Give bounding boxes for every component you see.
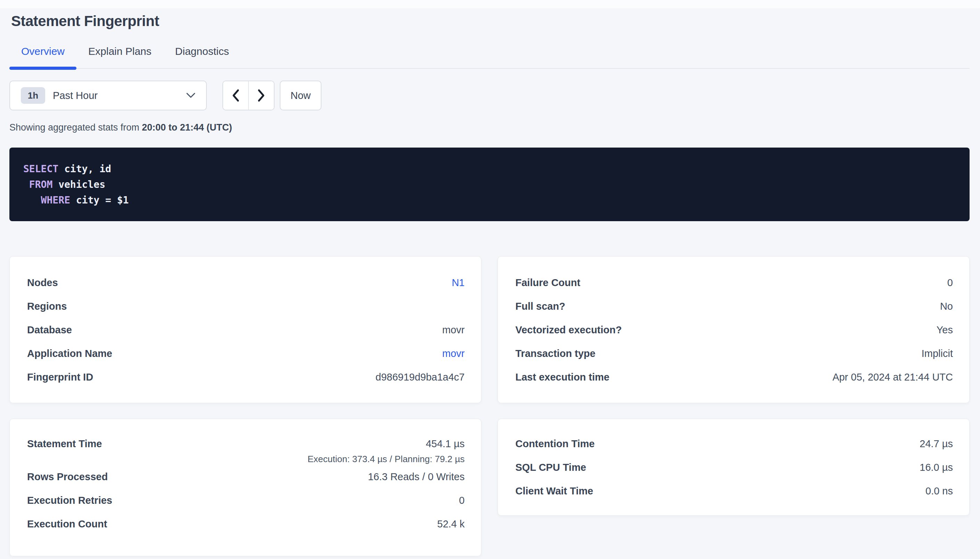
card-row: SQL CPU Time16.0 µs — [516, 456, 953, 479]
row-value: 24.7 µs — [920, 438, 953, 450]
next-interval-button[interactable] — [248, 81, 274, 110]
card-row: Fingerprint IDd986919d9ba1a4c7 — [27, 365, 464, 389]
row-label: SQL CPU Time — [516, 462, 586, 473]
card-row-block: Application Namemovr — [27, 342, 464, 365]
card-row: Application Namemovr — [27, 342, 464, 365]
card-row-block: NodesN1 — [27, 271, 464, 294]
row-value-link[interactable]: movr — [443, 348, 464, 359]
row-value: No — [940, 301, 953, 312]
statement-fingerprint-page: Statement Fingerprint Overview Explain P… — [0, 13, 980, 556]
time-picker-row: 1h Past Hour — [9, 81, 970, 111]
chevron-left-icon — [231, 89, 240, 103]
previous-interval-button[interactable] — [223, 81, 248, 110]
row-label: Statement Time — [27, 438, 102, 450]
row-label: Contention Time — [516, 438, 595, 450]
row-label: Fingerprint ID — [27, 372, 93, 383]
aggregated-stats-line: Showing aggregated stats from 20:00 to 2… — [9, 122, 970, 133]
page-title: Statement Fingerprint — [11, 13, 970, 29]
row-label: Execution Count — [27, 518, 107, 530]
row-label: Execution Retries — [27, 495, 112, 506]
row-label: Transaction type — [516, 348, 595, 359]
top-strip — [0, 0, 980, 8]
tab-diagnostics[interactable]: Diagnostics — [163, 45, 241, 68]
row-label: Rows Processed — [27, 471, 108, 483]
card-row: Contention Time24.7 µs — [516, 432, 953, 456]
card-statement-statistics: Statement Time454.1 µsExecution: 373.4 µ… — [9, 419, 481, 556]
row-label: Nodes — [27, 277, 58, 289]
card-row-block: Client Wait Time0.0 ns — [516, 479, 953, 503]
sql-keyword: SELECT — [23, 163, 58, 175]
row-value: 16.3 Reads / 0 Writes — [368, 471, 464, 483]
card-row: Transaction typeImplicit — [516, 342, 953, 365]
row-value: 52.4 k — [437, 518, 464, 530]
row-value-link[interactable]: N1 — [452, 277, 464, 289]
card-row-block: Contention Time24.7 µs — [516, 432, 953, 456]
card-row-block: Statement Time454.1 µsExecution: 373.4 µ… — [27, 432, 464, 465]
card-row-block: Execution Retries0 — [27, 488, 464, 512]
stats-line-range: 20:00 to 21:44 (UTC) — [142, 122, 232, 132]
card-row: Databasemovr — [27, 318, 464, 342]
card-row: NodesN1 — [27, 271, 464, 294]
card-row: Vectorized execution?Yes — [516, 318, 953, 342]
card-row-block: Last execution timeApr 05, 2024 at 21:44… — [516, 365, 953, 389]
sql-keyword: FROM — [29, 179, 53, 190]
time-range-selected: Past Hour — [53, 90, 186, 101]
card-row: Statement Time454.1 µs — [27, 432, 464, 456]
time-step-button-group — [222, 81, 275, 111]
card-row: Rows Processed16.3 Reads / 0 Writes — [27, 465, 464, 488]
row-value: Yes — [937, 324, 953, 336]
sql-text: city, id — [58, 163, 111, 175]
row-value: d986919d9ba1a4c7 — [376, 372, 464, 383]
card-row-block: Transaction typeImplicit — [516, 342, 953, 365]
card-row-block: SQL CPU Time16.0 µs — [516, 456, 953, 479]
row-value: movr — [443, 324, 464, 336]
row-label: Application Name — [27, 348, 112, 359]
row-value: 0.0 ns — [925, 485, 953, 497]
row-value: 0 — [947, 277, 953, 289]
row-label: Regions — [27, 301, 67, 312]
now-button[interactable]: Now — [280, 81, 322, 111]
row-value: 16.0 µs — [920, 462, 953, 473]
card-row-block: Full scan?No — [516, 294, 953, 318]
card-row: Execution Retries0 — [27, 488, 464, 512]
row-value: Apr 05, 2024 at 21:44 UTC — [832, 372, 953, 383]
chevron-down-icon — [186, 93, 196, 99]
card-row-block: Regions — [27, 294, 464, 318]
card-row-block: Execution Count52.4 k — [27, 512, 464, 536]
sql-text — [23, 179, 29, 190]
tab-overview[interactable]: Overview — [9, 45, 76, 68]
row-label: Last execution time — [516, 372, 610, 383]
card-row: Full scan?No — [516, 294, 953, 318]
chevron-right-icon — [257, 89, 265, 103]
row-label: Vectorized execution? — [516, 324, 622, 336]
row-value: 0 — [459, 495, 464, 506]
time-range-dropdown[interactable]: 1h Past Hour — [9, 81, 207, 111]
row-subvalue: Execution: 373.4 µs / Planning: 79.2 µs — [27, 453, 464, 465]
card-execution-attributes: Failure Count0Full scan?NoVectorized exe… — [497, 256, 970, 403]
row-value: 454.1 µs — [426, 438, 464, 450]
card-row: Failure Count0 — [516, 271, 953, 294]
card-row-block: Failure Count0 — [516, 271, 953, 294]
card-statement-details: NodesN1RegionsDatabasemovrApplication Na… — [9, 256, 481, 403]
tab-explain-plans[interactable]: Explain Plans — [76, 45, 163, 68]
summary-cards-grid: NodesN1RegionsDatabasemovrApplication Na… — [9, 256, 970, 556]
tab-bar: Overview Explain Plans Diagnostics — [9, 45, 970, 69]
row-value: Implicit — [922, 348, 953, 359]
sql-text: vehicles — [53, 179, 105, 190]
row-label: Full scan? — [516, 301, 565, 312]
sql-text — [23, 194, 41, 206]
sql-line: WHERE city = $1 — [23, 192, 956, 208]
sql-box: SELECT city, id FROM vehicles WHERE city… — [9, 147, 970, 221]
card-row-block: Databasemovr — [27, 318, 464, 342]
card-row-block: Fingerprint IDd986919d9ba1a4c7 — [27, 365, 464, 389]
card-row: Client Wait Time0.0 ns — [516, 479, 953, 503]
card-row-block: Vectorized execution?Yes — [516, 318, 953, 342]
sql-line: SELECT city, id — [23, 161, 956, 177]
row-label: Database — [27, 324, 72, 336]
stats-line-prefix: Showing aggregated stats from — [9, 122, 142, 132]
time-range-badge: 1h — [21, 87, 45, 104]
row-label: Failure Count — [516, 277, 580, 289]
card-row: Regions — [27, 294, 464, 318]
card-row: Last execution timeApr 05, 2024 at 21:44… — [516, 365, 953, 389]
card-wait-times: Contention Time24.7 µsSQL CPU Time16.0 µ… — [497, 419, 970, 516]
